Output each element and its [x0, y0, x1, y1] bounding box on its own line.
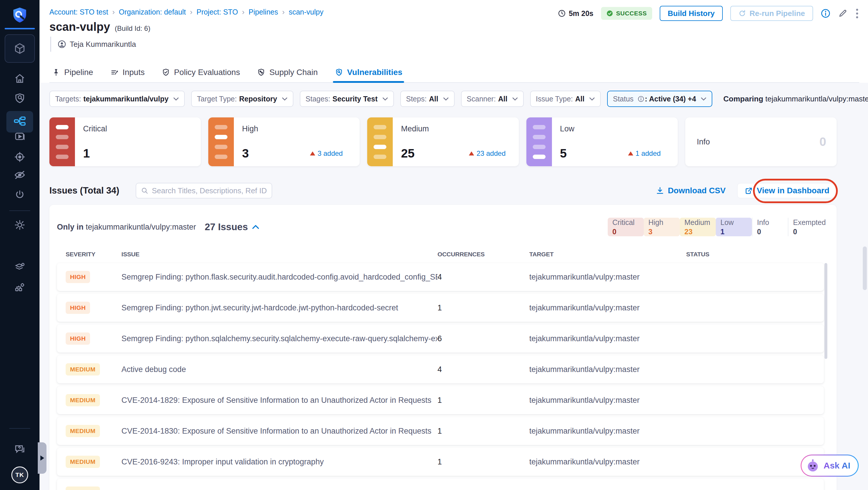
- chat-help-icon: [14, 443, 26, 455]
- sidebar-item-exemptions[interactable]: [13, 169, 26, 181]
- severity-badge: MEDIUM: [66, 456, 100, 468]
- home-icon: [14, 73, 26, 84]
- sidebar-item-settings[interactable]: [13, 219, 26, 231]
- shield-check-icon: [161, 68, 170, 77]
- triangle-up-icon: [310, 151, 315, 155]
- added-indicator: 1 added: [628, 149, 661, 157]
- page-scrollbar-thumb[interactable]: [863, 246, 867, 290]
- breadcrumb-organization[interactable]: Organization: default: [119, 8, 186, 16]
- sidebar-item-scans[interactable]: [13, 92, 26, 104]
- filter-stages[interactable]: Stages:Security Test: [300, 91, 394, 107]
- sidebar-item-get-started[interactable]: [13, 188, 26, 201]
- card-critical[interactable]: Critical 1: [50, 117, 201, 166]
- tab-supply-chain[interactable]: Supply Chain: [257, 62, 318, 82]
- edit-pipeline-button[interactable]: [838, 9, 847, 18]
- col-severity: SEVERITY: [66, 251, 121, 258]
- filter-steps[interactable]: Steps:All: [400, 91, 455, 107]
- more-options-button[interactable]: [855, 7, 859, 20]
- table-row[interactable]: MEDIUM: [57, 479, 824, 490]
- cube-icon: [13, 42, 26, 55]
- sidebar-item-executions[interactable]: [13, 130, 26, 143]
- chip-medium[interactable]: Medium23: [680, 218, 716, 236]
- table-row[interactable]: HIGH Semgrep Finding: python.sqlalchemy.…: [57, 325, 824, 353]
- download-csv-button[interactable]: Download CSV: [656, 186, 726, 195]
- filter-targets[interactable]: Targets:tejakummarikuntla/vulpy: [50, 91, 185, 107]
- chevron-down-icon: [512, 97, 518, 101]
- table-row[interactable]: MEDIUM CVE-2014-1829: Exposure of Sensit…: [57, 386, 824, 414]
- col-status: STATUS: [686, 251, 824, 258]
- ai-robot-icon: [806, 458, 820, 473]
- chevron-down-icon: [589, 97, 595, 101]
- tab-inputs[interactable]: Inputs: [110, 62, 145, 82]
- card-high[interactable]: High 3 3 added: [208, 117, 360, 166]
- issues-search[interactable]: [136, 183, 272, 198]
- group-target: tejakummarikuntla/vulpy:master: [86, 223, 196, 231]
- panel-scrollbar-thumb[interactable]: [825, 263, 827, 359]
- filter-issue-type[interactable]: Issue Type:All: [530, 91, 601, 107]
- table-header: SEVERITY ISSUE OCCURRENCES TARGET STATUS: [57, 250, 824, 258]
- sidebar-item-targets[interactable]: [13, 151, 26, 163]
- severity-chip-row: Critical0 High3 Medium23 Low1 Info0 Exem…: [608, 218, 824, 236]
- harness-sto-logo-icon[interactable]: [11, 6, 29, 24]
- chip-critical[interactable]: Critical0: [608, 218, 644, 236]
- user-avatar[interactable]: TK: [11, 466, 28, 483]
- breadcrumb-pipelines[interactable]: Pipelines: [249, 8, 278, 16]
- severity-badge: HIGH: [66, 333, 90, 345]
- eye-off-icon: [14, 169, 26, 181]
- module-selector[interactable]: [5, 34, 35, 63]
- table-row[interactable]: MEDIUM Active debug code 4 tejakummariku…: [57, 356, 824, 384]
- tab-vulnerabilities[interactable]: Vulnerabilities: [335, 62, 402, 82]
- chip-low[interactable]: Low1: [716, 218, 752, 236]
- chevron-down-icon: [382, 97, 388, 101]
- card-low[interactable]: Low 5 1 added: [526, 117, 678, 166]
- issues-panel: Only in tejakummarikuntla/vulpy:master 2…: [50, 205, 837, 490]
- shield-magnifier-icon: [335, 68, 343, 77]
- table-row[interactable]: HIGH Semgrep Finding: python.flask.secur…: [57, 263, 824, 291]
- sidebar-item-help[interactable]: [13, 443, 26, 456]
- chip-exempted[interactable]: Exempted0: [788, 218, 824, 236]
- rerun-pipeline-button[interactable]: Re-run Pipeline: [730, 6, 813, 21]
- breadcrumb-project[interactable]: Project: STO: [196, 8, 238, 16]
- view-in-dashboard-button[interactable]: View in Dashboard: [737, 183, 837, 198]
- col-issue: ISSUE: [121, 251, 437, 258]
- issues-group-header: Only in tejakummarikuntla/vulpy:master 2…: [57, 218, 824, 236]
- breadcrumb-account[interactable]: Account: STO test: [50, 8, 108, 16]
- chevron-down-icon: [282, 97, 287, 101]
- page-header: Account: STO test › Organization: defaul…: [39, 0, 868, 83]
- sidebar-item-default-settings[interactable]: [13, 261, 26, 274]
- only-in-label: Only in: [57, 223, 84, 231]
- clock-icon: [558, 9, 566, 18]
- table-row[interactable]: HIGH Semgrep Finding: python.jwt.securit…: [57, 294, 824, 322]
- chip-high[interactable]: High3: [644, 218, 680, 236]
- sidebar-divider: [9, 210, 30, 211]
- card-medium[interactable]: Medium 25 23 added: [367, 117, 519, 166]
- nav-active-indicator: [5, 28, 35, 29]
- sidebar-item-org-settings[interactable]: [13, 281, 26, 294]
- breadcrumb-current[interactable]: scan-vulpy: [289, 8, 323, 16]
- filter-scanner[interactable]: Scanner:All: [461, 91, 524, 107]
- tab-policy-evaluations[interactable]: Policy Evaluations: [161, 62, 240, 82]
- tab-pipeline[interactable]: Pipeline: [52, 62, 93, 82]
- group-collapse-toggle[interactable]: 27 Issues: [205, 221, 260, 233]
- author-row: Teja Kummarikuntla: [50, 37, 859, 52]
- severity-badge: MEDIUM: [66, 425, 100, 437]
- info-icon: [820, 8, 831, 18]
- layers-gear-icon: [14, 262, 26, 273]
- chip-info[interactable]: Info0: [752, 218, 788, 236]
- filter-target-type[interactable]: Target Type:Repository: [191, 91, 293, 107]
- ask-ai-button[interactable]: Ask AI: [801, 455, 859, 477]
- sidebar-item-pipelines[interactable]: [6, 111, 33, 132]
- search-input[interactable]: [152, 186, 267, 195]
- sidebar-expand-handle[interactable]: [38, 442, 46, 474]
- chevron-down-icon: [443, 97, 449, 101]
- sidebar-item-home[interactable]: [13, 72, 26, 85]
- filter-status[interactable]: Status : Active (34) +4: [607, 91, 712, 107]
- check-circle-icon: [606, 10, 613, 17]
- sidebar: TK: [0, 0, 39, 490]
- build-history-button[interactable]: Build History: [660, 6, 723, 21]
- info-button[interactable]: [820, 8, 831, 18]
- table-row[interactable]: MEDIUM CVE-2014-1830: Exposure of Sensit…: [57, 417, 824, 445]
- table-row[interactable]: MEDIUM CVE-2016-9243: Improper input val…: [57, 448, 824, 476]
- card-info[interactable]: Info 0: [685, 117, 837, 166]
- chevron-down-icon: [701, 97, 707, 101]
